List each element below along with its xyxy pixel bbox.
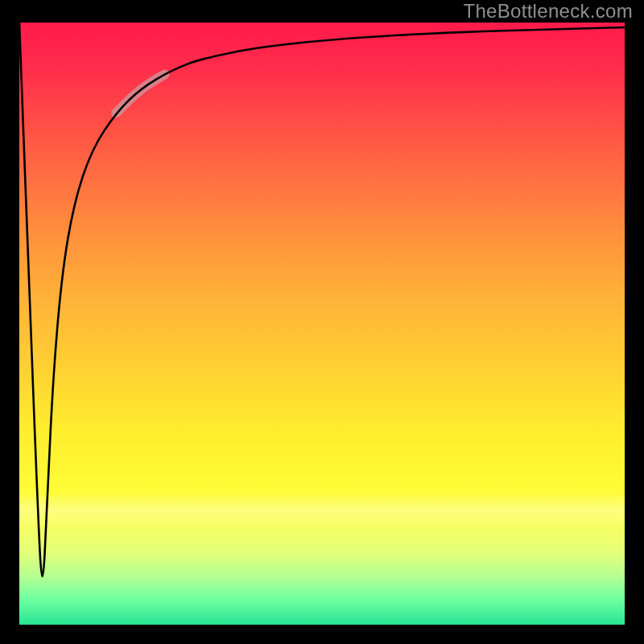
- chart-frame: TheBottleneck.com: [0, 0, 644, 644]
- curve-svg: [19, 23, 625, 625]
- plot-area: [19, 23, 625, 625]
- watermark-text: TheBottleneck.com: [463, 0, 633, 23]
- bottleneck-curve: [19, 23, 625, 576]
